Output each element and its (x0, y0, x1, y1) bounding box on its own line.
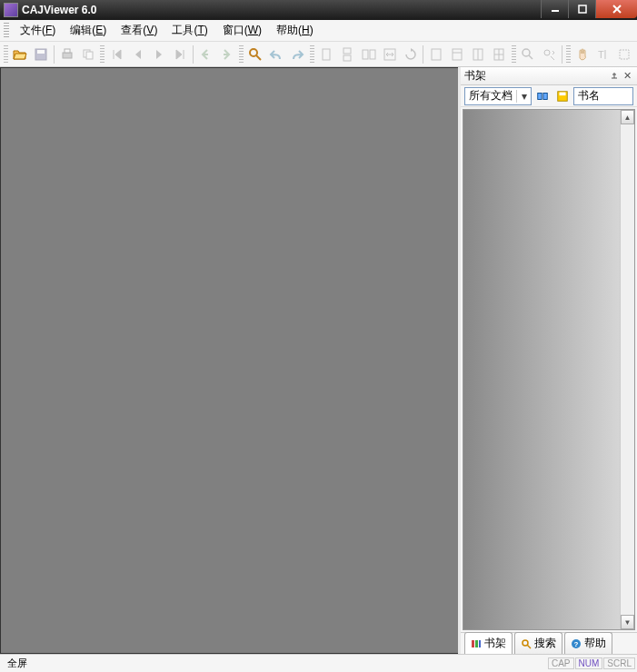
status-left: 全屏 (2, 657, 33, 670)
find-next-button (540, 44, 559, 64)
scroll-up-icon[interactable]: ▲ (621, 110, 634, 124)
panel-title: 书架 (464, 68, 608, 84)
panel-close-icon[interactable]: ✕ (621, 70, 633, 83)
toolbar-separator (562, 45, 562, 64)
area-select-button (615, 44, 634, 64)
scroll-down-icon[interactable]: ▼ (621, 615, 634, 629)
svg-rect-37 (475, 640, 478, 647)
open-button[interactable] (11, 44, 30, 64)
page-layout-c-button (469, 44, 488, 64)
toolbar-grip-6[interactable] (566, 45, 571, 64)
back-button (196, 44, 215, 64)
search-text-button (519, 44, 538, 64)
menubar-grip[interactable] (4, 23, 9, 39)
svg-rect-35 (560, 92, 566, 95)
toolbar-grip-2[interactable] (100, 45, 105, 64)
menu-edit[interactable]: 编辑(E) (63, 20, 114, 41)
svg-rect-18 (432, 49, 441, 60)
svg-text:T: T (598, 49, 604, 60)
svg-text:?: ? (574, 640, 579, 648)
svg-rect-15 (363, 50, 368, 59)
svg-point-28 (544, 50, 550, 55)
app-icon (4, 3, 18, 17)
svg-point-26 (523, 49, 530, 56)
window-title: CAJViewer 6.0 (22, 4, 541, 16)
copy-button (78, 44, 97, 64)
page-layout-a-button (426, 44, 445, 64)
svg-rect-38 (479, 640, 481, 647)
prev-page-button (128, 44, 147, 64)
two-page-button (359, 44, 378, 64)
panel-scrollbar[interactable]: ▲ ▼ (620, 110, 634, 629)
svg-rect-19 (453, 49, 462, 60)
toolbar-grip-1[interactable] (4, 45, 8, 64)
close-button[interactable] (595, 0, 637, 18)
panel-tabs: 书架 搜索 ? 帮助 (461, 632, 637, 654)
menu-bar: 文件(F) 编辑(E) 查看(V) 工具(T) 窗口(W) 帮助(H) (0, 20, 637, 42)
scrl-indicator: SCRL (603, 657, 635, 669)
window-controls (541, 0, 637, 20)
continuous-button (338, 44, 357, 64)
first-page-button (107, 44, 126, 64)
filter-combo[interactable]: 所有文档 ▾ (464, 87, 532, 105)
svg-line-11 (256, 55, 261, 60)
single-page-button (317, 44, 336, 64)
last-page-button (170, 44, 189, 64)
save-button (32, 44, 51, 64)
svg-rect-1 (579, 5, 586, 13)
chevron-down-icon[interactable]: ▾ (516, 90, 531, 103)
svg-rect-13 (343, 48, 351, 54)
books-icon (471, 638, 482, 649)
cap-indicator: CAP (548, 657, 574, 669)
svg-line-27 (529, 55, 532, 59)
toolbar-grip-5[interactable] (512, 45, 516, 64)
svg-rect-7 (65, 49, 70, 53)
column-label: 书名 (573, 87, 633, 105)
svg-rect-32 (538, 93, 542, 99)
svg-rect-12 (323, 49, 330, 60)
toolbar-separator (193, 45, 194, 64)
menu-window[interactable]: 窗口(W) (215, 20, 269, 41)
bookshelf-list[interactable]: ▲ ▼ (463, 109, 635, 630)
pin-icon[interactable] (608, 70, 621, 83)
save-shelf-icon[interactable] (553, 87, 572, 105)
panel-toolbar: 所有文档 ▾ 书名 (461, 85, 637, 107)
svg-rect-14 (343, 55, 351, 61)
menu-tools[interactable]: 工具(T) (164, 20, 214, 41)
svg-rect-36 (472, 640, 474, 647)
tab-bookshelf[interactable]: 书架 (464, 632, 513, 654)
next-page-button (149, 44, 168, 64)
minimize-button[interactable] (541, 0, 568, 18)
tab-help[interactable]: ? 帮助 (564, 632, 612, 654)
toolbar-grip-4[interactable] (310, 45, 314, 64)
bookshelf-panel: 书架 ✕ 所有文档 ▾ 书名 ▲ ▼ (458, 67, 637, 654)
menu-help[interactable]: 帮助(H) (269, 20, 321, 41)
num-indicator: NUM (575, 657, 603, 669)
menu-file[interactable]: 文件(F) (13, 20, 63, 41)
document-workspace[interactable] (0, 67, 458, 654)
fit-width-button (380, 44, 399, 64)
menu-view[interactable]: 查看(V) (114, 20, 164, 41)
toolbar-separator (54, 45, 55, 64)
page-layout-d-button (490, 44, 509, 64)
print-button (57, 44, 76, 64)
panel-header: 书架 ✕ (461, 67, 637, 85)
toolbar: T (0, 42, 637, 67)
toolbar-grip-3[interactable] (239, 45, 244, 64)
hand-tool-button (573, 44, 592, 64)
search-icon (521, 638, 532, 649)
svg-rect-9 (86, 52, 93, 59)
maximize-button[interactable] (568, 0, 595, 18)
zoom-button[interactable] (246, 44, 265, 64)
svg-rect-16 (370, 50, 375, 59)
rotate-button (401, 44, 420, 64)
tab-search[interactable]: 搜索 (514, 632, 562, 654)
undo-button (267, 44, 286, 64)
svg-rect-33 (543, 93, 547, 99)
refresh-icon[interactable] (533, 87, 552, 105)
svg-point-10 (250, 49, 257, 56)
svg-rect-6 (63, 53, 72, 58)
svg-rect-31 (620, 50, 629, 59)
help-icon: ? (571, 638, 582, 649)
forward-button (217, 44, 236, 64)
